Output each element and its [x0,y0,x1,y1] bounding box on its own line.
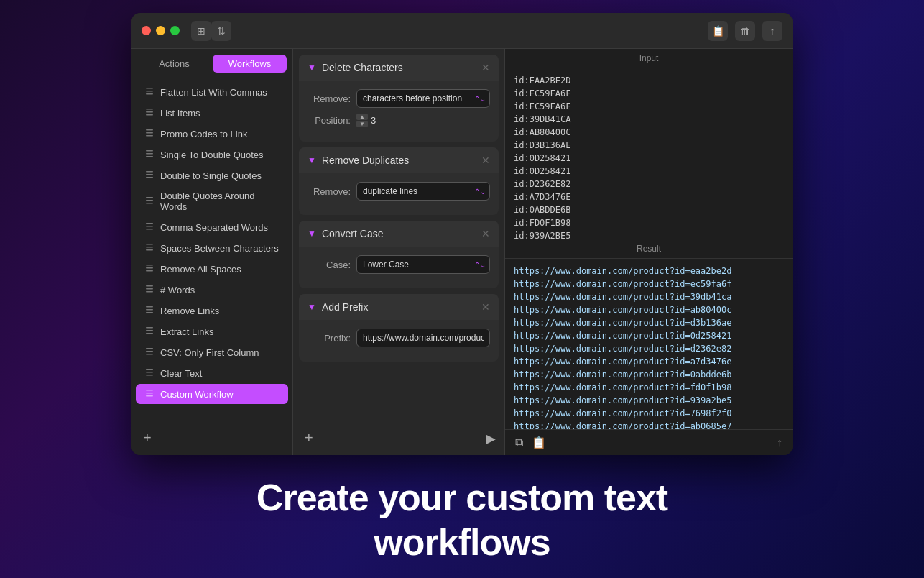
stepper-value: 3 [371,115,385,126]
stepper-up-button[interactable]: ▲ [356,114,368,120]
result-line: https://www.domain.com/product?id=ab0685… [514,420,784,429]
result-line: https://www.domain.com/product?id=ab8040… [514,303,784,316]
card-header-convert-case[interactable]: ▼Convert Case✕ [299,221,499,247]
title-bar: ⊞ ⇅ 📋 🗑 ↑ [131,13,793,49]
svg-rect-12 [146,171,153,173]
bottom-line2: workflows [257,520,667,564]
sidebar-item-single-to-double[interactable]: Single To Double Quotes [136,144,288,165]
sidebar-item-words[interactable]: # Words [136,280,288,300]
sidebar-item-label: List Items [160,108,200,119]
sidebar-item-promo-codes[interactable]: Promo Codes to Link [136,124,288,144]
form-label: Prefix: [308,333,351,344]
input-line: id:0D258421 [514,165,784,178]
workflow-card-add-prefix: ▼Add Prefix✕Prefix: [299,294,499,362]
trash-icon[interactable]: 🗑 [735,21,755,41]
card-title: Delete Characters [322,62,481,73]
paste-icon[interactable]: 📋 [530,434,548,451]
svg-rect-25 [146,267,153,269]
list-icon [144,170,154,181]
input-header: Input [505,49,793,68]
tab-actions[interactable]: Actions [137,55,211,73]
workflow-cards-list: ▼Delete Characters✕Remove:characters bef… [293,49,504,421]
svg-rect-22 [146,247,153,248]
form-select-remove-duplicates[interactable]: duplicate linesduplicate wordsduplicate … [356,182,490,201]
card-header-remove-duplicates[interactable]: ▼Remove Duplicates✕ [299,147,499,173]
input-line: id:939A2BE5 [514,229,784,239]
svg-rect-44 [146,395,153,397]
center-panel: ▼Delete Characters✕Remove:characters bef… [293,49,505,455]
result-line: https://www.domain.com/product?id=eaa2be… [514,265,784,277]
sidebar-item-double-quotes-around[interactable]: Double Quotes Around Words [136,186,288,216]
input-line: id:D2362E82 [514,178,784,191]
form-label: Remove: [308,93,351,104]
sidebar-item-csv-first-col[interactable]: CSV: Only First Column [136,342,288,362]
footer-icons: ⧉ 📋 [514,434,548,451]
card-close-button[interactable]: ✕ [481,62,490,73]
copy-icon[interactable]: ⧉ [514,434,525,451]
sidebar-item-double-to-single[interactable]: Double to Single Quotes [136,165,288,185]
sidebar-item-label: # Words [160,285,195,295]
stepper-down-button[interactable]: ▼ [356,121,368,127]
form-select-delete-chars[interactable]: characters before positioncharacters aft… [356,89,490,108]
card-header-add-prefix[interactable]: ▼Add Prefix✕ [299,294,499,320]
list-icon [144,196,154,207]
sidebar-item-flatten-list[interactable]: Flatten List With Commas [136,82,288,102]
svg-rect-24 [146,265,153,266]
sidebar-item-custom-workflow[interactable]: Custom Workflow [136,384,288,404]
input-line: id:AB80400C [514,126,784,139]
sidebar-item-label: Custom Workflow [160,389,234,400]
svg-rect-21 [146,244,153,245]
card-body: Case:Lower CaseUpper CaseTitle CaseSente… [299,247,499,288]
sidebar-item-remove-links[interactable]: Remove Links [136,301,288,321]
sidebar-item-label: Promo Codes to Link [160,129,247,139]
form-row: Position:▲▼3 [308,114,490,127]
sidebar-item-clear-text[interactable]: Clear Text [136,363,288,383]
result-text-area[interactable]: https://www.domain.com/product?id=eaa2be… [505,259,793,429]
sidebar-item-extract-links[interactable]: Extract Links [136,321,288,341]
svg-rect-2 [146,93,153,95]
card-close-button[interactable]: ✕ [481,155,490,166]
form-row: Prefix: [308,329,490,347]
list-icon [144,86,154,98]
sidebar-footer: + [131,421,292,455]
list-icon [144,263,154,275]
card-close-button[interactable]: ✕ [481,228,490,239]
svg-rect-32 [146,312,153,313]
select-wrapper: Lower CaseUpper CaseTitle CaseSentence C… [356,255,490,274]
sidebar-tabs: Actions Workflows [131,49,292,78]
export-icon[interactable]: ↑ [762,21,782,41]
select-wrapper: duplicate linesduplicate wordsduplicate … [356,182,490,201]
run-workflow-button[interactable]: ▶ [486,431,496,446]
bottom-text: Create your custom text workflows [257,475,667,565]
card-header-delete-chars[interactable]: ▼Delete Characters✕ [299,55,499,81]
select-wrapper: characters before positioncharacters aft… [356,89,490,108]
share-icon[interactable]: ⇅ [211,21,231,41]
traffic-lights [142,26,180,35]
document-icon[interactable]: 📋 [708,21,728,41]
card-close-button[interactable]: ✕ [481,301,490,313]
input-section: Input id:EAA2BE2Did:EC59FA6Fid:EC59FA6Fi… [505,49,793,239]
form-select-convert-case[interactable]: Lower CaseUpper CaseTitle CaseSentence C… [356,255,490,274]
svg-rect-18 [146,223,153,224]
add-step-button[interactable]: + [302,427,316,449]
maximize-button[interactable] [170,26,180,35]
add-workflow-button[interactable]: + [140,427,154,449]
form-label: Remove: [308,186,351,197]
sidebar-item-comma-separated[interactable]: Comma Separated Words [136,217,288,237]
tab-workflows[interactable]: Workflows [213,55,287,73]
result-line: https://www.domain.com/product?id=0abdde… [514,368,784,381]
result-line: https://www.domain.com/product?id=d2362e… [514,342,784,355]
workflow-card-remove-duplicates: ▼Remove Duplicates✕Remove:duplicate line… [299,147,499,215]
export-result-button[interactable]: ↑ [775,435,784,451]
sidebar-item-label: CSV: Only First Column [160,347,259,358]
input-text-area[interactable]: id:EAA2BE2Did:EC59FA6Fid:EC59FA6Fid:39DB… [505,68,793,239]
sidebar-item-spaces-between[interactable]: Spaces Between Characters [136,238,288,258]
close-button[interactable] [142,26,151,35]
sidebar-toggle-icon[interactable]: ⊞ [191,21,211,41]
sidebar-item-list-items[interactable]: List Items [136,103,288,123]
svg-rect-38 [146,354,153,355]
input-line: id:FD0F1B98 [514,216,784,229]
minimize-button[interactable] [156,26,165,35]
form-input-add-prefix[interactable] [356,329,490,347]
sidebar-item-remove-all-spaces[interactable]: Remove All Spaces [136,259,288,279]
